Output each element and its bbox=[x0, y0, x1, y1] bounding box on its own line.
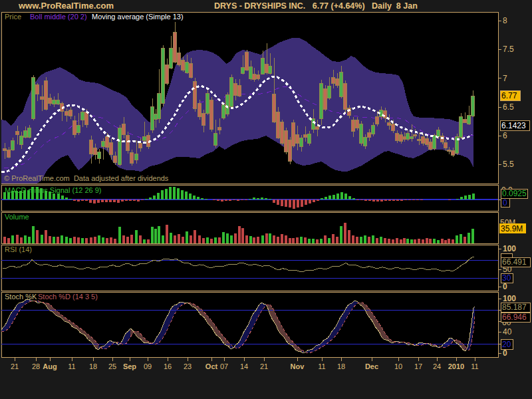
svg-text:11: 11 bbox=[471, 362, 478, 370]
svg-text:6: 6 bbox=[503, 131, 507, 140]
svg-text:35.9M: 35.9M bbox=[501, 224, 523, 233]
svg-text:18: 18 bbox=[337, 362, 345, 370]
svg-text:21: 21 bbox=[260, 362, 268, 370]
svg-text:Boll middle (20 2): Boll middle (20 2) bbox=[30, 13, 87, 21]
svg-text:100: 100 bbox=[503, 244, 516, 253]
svg-text:Stoch %D (14 3 5): Stoch %D (14 3 5) bbox=[38, 293, 98, 301]
svg-text:09: 09 bbox=[144, 362, 152, 370]
svg-text:30: 30 bbox=[502, 273, 511, 283]
svg-text:85.187: 85.187 bbox=[502, 303, 527, 312]
svg-text:8: 8 bbox=[503, 16, 507, 25]
svg-text:7: 7 bbox=[503, 74, 507, 83]
svg-text:20: 20 bbox=[502, 340, 511, 349]
svg-text:Aug: Aug bbox=[43, 362, 57, 370]
svg-text:66.946: 66.946 bbox=[502, 313, 527, 322]
svg-text:MACD minus Signal (12 26 9): MACD minus Signal (12 26 9) bbox=[5, 186, 102, 194]
svg-text:10: 10 bbox=[394, 362, 402, 370]
svg-text:18: 18 bbox=[89, 362, 97, 370]
svg-text:40: 40 bbox=[503, 327, 512, 336]
svg-text:07: 07 bbox=[220, 362, 228, 370]
svg-text:6.77: 6.77 bbox=[501, 91, 517, 100]
svg-text:23: 23 bbox=[184, 362, 192, 370]
svg-text:0: 0 bbox=[503, 198, 507, 207]
svg-text:14: 14 bbox=[240, 362, 248, 370]
svg-text:0: 0 bbox=[503, 282, 507, 291]
svg-text:RSI (14): RSI (14) bbox=[5, 245, 32, 253]
svg-text:6.5: 6.5 bbox=[503, 102, 514, 112]
svg-text:24: 24 bbox=[433, 362, 441, 370]
svg-text:7.5: 7.5 bbox=[503, 45, 514, 54]
svg-text:11: 11 bbox=[68, 362, 75, 370]
svg-text:Sep: Sep bbox=[123, 362, 136, 370]
svg-text:www.ProRealTime.com: www.ProRealTime.com bbox=[18, 1, 114, 11]
svg-text:16: 16 bbox=[164, 362, 172, 370]
svg-text:Stoch %K: Stoch %K bbox=[5, 293, 37, 301]
svg-text:Volume: Volume bbox=[5, 213, 29, 221]
svg-text:© ProRealTime.com Data adjust: © ProRealTime.com Data adjusted after di… bbox=[4, 174, 169, 182]
svg-text:Moving average (Simple 13): Moving average (Simple 13) bbox=[92, 13, 184, 21]
svg-text:0.0925: 0.0925 bbox=[502, 189, 527, 198]
svg-text:17: 17 bbox=[414, 362, 422, 370]
svg-text:Price: Price bbox=[5, 13, 21, 21]
svg-text:Oct: Oct bbox=[205, 362, 218, 370]
svg-text:21: 21 bbox=[11, 362, 19, 370]
svg-text:5.5: 5.5 bbox=[503, 160, 514, 169]
svg-text:Dec: Dec bbox=[365, 362, 378, 370]
svg-text:66.491: 66.491 bbox=[502, 257, 527, 267]
svg-text:DRYS - DRYSHIPS INC. 6.77 (+: DRYS - DRYSHIPS INC. 6.77 (+4.64%) Daily… bbox=[214, 1, 418, 11]
svg-text:2010: 2010 bbox=[448, 362, 464, 370]
svg-text:28: 28 bbox=[32, 362, 40, 370]
svg-text:0: 0 bbox=[503, 348, 507, 358]
svg-text:11: 11 bbox=[318, 362, 325, 370]
svg-text:25: 25 bbox=[108, 362, 116, 370]
svg-text:Nov: Nov bbox=[291, 362, 305, 370]
svg-text:100: 100 bbox=[503, 294, 516, 303]
svg-text:6.1423: 6.1423 bbox=[501, 121, 526, 130]
